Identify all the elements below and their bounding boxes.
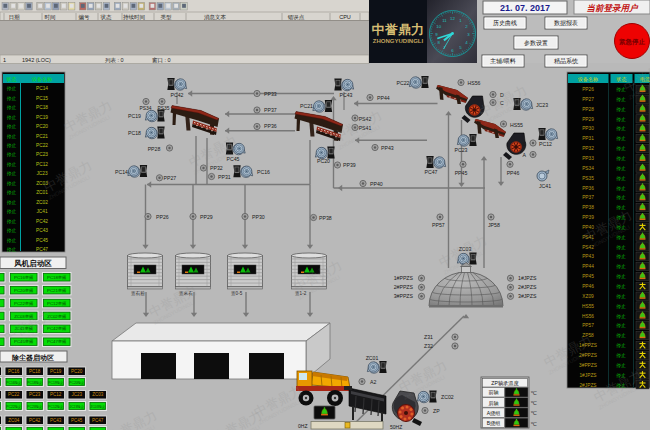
svg-text:XZ09: XZ09 [582,294,594,299]
svg-text:PC45: PC45 [71,418,83,423]
svg-text:PC43: PC43 [36,228,48,233]
svg-text:停止: 停止 [615,125,626,132]
svg-text:PP36: PP36 [582,186,594,191]
svg-text:1#PPZS: 1#PPZS [394,275,414,281]
svg-text:停止: 停止 [6,208,17,215]
svg-text:设备名称: 设备名称 [31,76,52,82]
svg-text:PC20: PC20 [36,124,48,129]
svg-text:PC20: PC20 [317,158,330,164]
svg-text:℃: ℃ [531,400,537,406]
svg-text:PP45: PP45 [455,170,468,176]
svg-text:PC42: PC42 [29,418,41,423]
svg-text:PP39: PP39 [343,162,356,168]
svg-text:日期: 日期 [9,14,21,21]
svg-text:ZC01: ZC01 [366,355,379,361]
svg-text:A: A [523,152,527,158]
svg-text:PP43: PP43 [582,254,594,259]
svg-text:当前登录用户: 当前登录用户 [587,3,640,13]
svg-text:停止: 停止 [6,104,17,111]
svg-text:JP58: JP58 [488,222,500,228]
svg-text:PC20: PC20 [71,369,83,374]
svg-text:状态: 状态 [100,14,113,20]
svg-text:PP33: PP33 [264,91,277,97]
svg-text:中誉鼎力: 中誉鼎力 [372,22,425,37]
svg-text:停止: 停止 [615,175,626,182]
svg-text:停止: 停止 [6,227,17,234]
svg-text:PC23: PC23 [455,147,468,153]
svg-text:停止: 停止 [6,237,17,244]
svg-text:停止: 停止 [6,142,17,149]
svg-text:除尘器启动区: 除尘器启动区 [12,354,54,362]
svg-text:PP44: PP44 [377,95,390,101]
svg-text:列表 : 0: 列表 : 0 [105,57,124,63]
svg-text:PP43: PP43 [381,145,394,151]
svg-text:消息文本: 消息文本 [204,14,227,21]
svg-text:10: 10 [436,24,441,29]
svg-text:℃: ℃ [531,410,537,416]
svg-text:PP28: PP28 [148,146,161,152]
svg-text:3#PPZS: 3#PPZS [394,293,414,299]
svg-text:停止: 停止 [615,194,626,201]
svg-text:停止: 停止 [6,218,17,225]
svg-text:查0-5: 查0-5 [231,291,243,296]
svg-text:查石粉: 查石粉 [131,290,145,297]
svg-text:PC18: PC18 [128,130,141,136]
svg-text:12: 12 [450,16,455,21]
svg-text:停止: 停止 [615,303,626,310]
svg-text:PP57: PP57 [582,323,594,328]
svg-text:风机启动区: 风机启动区 [13,259,52,268]
svg-text:PC20变频: PC20变频 [14,288,34,293]
svg-text:B绕组: B绕组 [487,420,500,426]
svg-text:停止: 停止 [615,273,626,280]
svg-text:ZC02: ZC02 [441,394,454,400]
svg-text:2#PPZS: 2#PPZS [394,284,414,290]
svg-text:PC22: PC22 [36,143,48,148]
svg-text:B: B [523,141,527,147]
svg-text:停止: 停止 [6,161,17,168]
svg-text:PP36: PP36 [264,123,277,129]
svg-text:HS56: HS56 [582,314,594,319]
svg-text:JC23除尘: JC23除尘 [70,404,85,409]
svg-text:ZP轴承温度: ZP轴承温度 [491,380,519,387]
svg-text:停止: 停止 [615,106,626,113]
svg-text:停止: 停止 [615,283,626,290]
svg-text:1#JPZS: 1#JPZS [518,275,537,281]
svg-text:PS35: PS35 [158,106,170,111]
svg-text:21. 07. 2017: 21. 07. 2017 [500,3,550,13]
svg-text:PP38: PP38 [582,205,594,210]
svg-text:PP44: PP44 [582,264,594,269]
svg-text:类型: 类型 [161,14,173,20]
svg-text:PC42: PC42 [171,92,184,98]
svg-text:HS55: HS55 [510,122,523,128]
svg-text:PC12: PC12 [36,162,48,167]
svg-text:PC16变频: PC16变频 [14,275,34,280]
svg-text:PC15: PC15 [36,96,48,101]
svg-text:1942 (LOC): 1942 (LOC) [22,57,51,63]
svg-text:PP30: PP30 [252,214,265,220]
svg-text:停止: 停止 [615,332,626,339]
svg-text:状态: 状态 [6,76,17,82]
svg-text:PC45: PC45 [36,238,48,243]
svg-text:0HZ: 0HZ [298,423,307,429]
svg-text:紧急停止: 紧急停止 [619,38,646,46]
svg-text:JC41: JC41 [539,183,551,189]
svg-text:停止: 停止 [6,151,17,158]
svg-text:PC22除尘: PC22除尘 [6,404,22,409]
svg-text:历史曲线: 历史曲线 [493,19,517,27]
svg-text:11: 11 [442,18,447,23]
svg-text:1: 1 [3,57,6,63]
svg-text:PP26: PP26 [156,214,169,220]
svg-text:PP57: PP57 [432,222,445,228]
svg-text:PC18变频: PC18变频 [47,275,67,280]
svg-text:PC12: PC12 [539,141,552,147]
svg-text:停止: 停止 [615,313,626,320]
svg-text:停止: 停止 [615,135,626,142]
svg-text:PP30: PP30 [582,126,594,131]
svg-text:PC12: PC12 [50,392,62,397]
svg-text:JC23: JC23 [536,102,548,108]
svg-text:停止: 停止 [6,189,17,196]
svg-text:停止: 停止 [6,246,17,253]
svg-text:PC21: PC21 [300,103,313,109]
svg-text:停止: 停止 [6,199,17,206]
svg-text:错误点: 错误点 [287,14,305,20]
